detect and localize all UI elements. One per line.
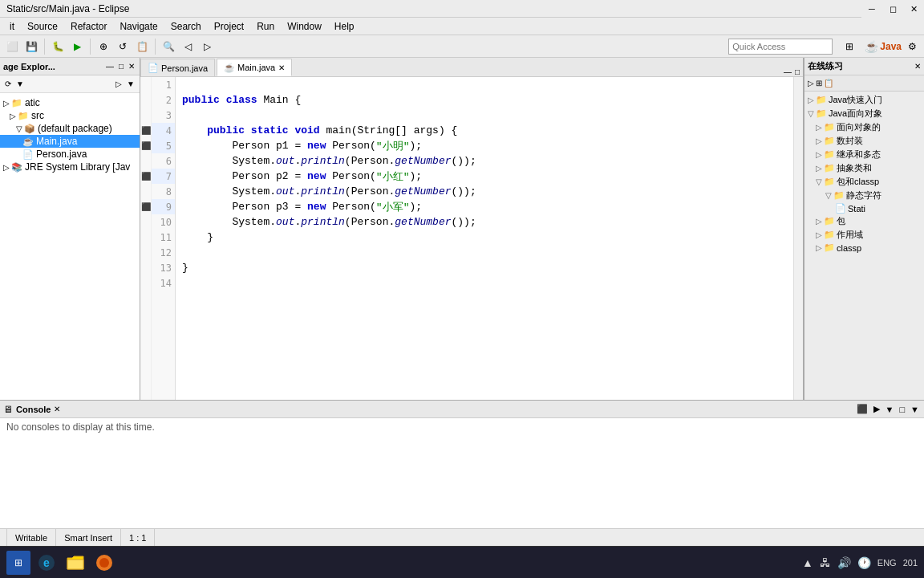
rtree-static-char[interactable]: ▽ 📁 静态字符 <box>804 189 924 202</box>
rtree-classp2[interactable]: ▷ 📁 classp <box>804 242 924 254</box>
restore-button[interactable]: ◻ <box>882 0 903 18</box>
toolbar-perspective-btn[interactable]: ⊞ <box>841 38 858 55</box>
tab-main-close[interactable]: ✕ <box>278 63 285 72</box>
right-panel-controls[interactable]: ✕ <box>914 62 921 71</box>
code-line-3 <box>182 108 793 123</box>
tree-item-jre[interactable]: ▷ 📚 JRE System Library [Jav <box>0 161 140 173</box>
console-tb-btn4[interactable]: □ <box>898 405 906 414</box>
rtree-java-oop[interactable]: ▽ 📁 Java面向对象 <box>804 107 924 120</box>
taskbar-folder-icon[interactable] <box>63 550 88 576</box>
menu-item-window[interactable]: Window <box>281 19 328 34</box>
editor-maximize-btn[interactable]: □ <box>795 67 800 76</box>
rtree-oop-4[interactable]: ▷ 📁 抽象类和 <box>804 161 924 175</box>
minimize-button[interactable]: ─ <box>861 0 882 18</box>
menu-item-it[interactable]: it <box>3 19 21 34</box>
toolbar-btn-8[interactable]: ▷ <box>198 38 216 55</box>
tab-person-icon: 📄 <box>148 63 159 73</box>
maximize-btn[interactable]: □ <box>117 62 125 71</box>
menu-item-refactor[interactable]: Refactor <box>64 19 113 34</box>
menu-item-source[interactable]: Source <box>21 19 64 34</box>
toolbar-save-btn[interactable]: 💾 <box>22 38 40 55</box>
pkg-toolbar-btn2[interactable]: ▼ <box>14 79 26 88</box>
tree-item-atic[interactable]: ▷ 📁 atic <box>0 96 140 109</box>
code-line-10: System.out.println(Person.getNumber()); <box>182 214 793 230</box>
menu-item-run[interactable]: Run <box>250 19 281 34</box>
pkg-toolbar-btn3[interactable]: ▷ <box>114 79 124 88</box>
editor-scrollbar[interactable] <box>793 77 803 400</box>
right-panel-close-btn[interactable]: ✕ <box>914 62 921 71</box>
menu-item-help[interactable]: Help <box>328 19 361 34</box>
taskbar-eclipse-icon[interactable] <box>91 550 117 576</box>
tray-volume[interactable]: 🔊 <box>837 556 851 569</box>
code-line-8: System.out.println(Person.getNumber()); <box>182 184 793 199</box>
pkg-close-btn[interactable]: ✕ <box>127 62 136 71</box>
taskbar-right: ▲ 🖧 🔊 🕐 ENG 201 <box>802 556 918 569</box>
code-lines[interactable]: public class Main { public static void m… <box>176 77 793 400</box>
status-insert-mode: Smart Insert <box>56 529 121 546</box>
menu-item-navigate[interactable]: Navigate <box>113 19 164 34</box>
toolbar-open-perspective-btn[interactable]: ⚙ <box>903 38 921 55</box>
toolbar-btn-5[interactable]: 📋 <box>133 38 151 55</box>
linenum-7: 7 <box>152 169 175 184</box>
right-panel-tb-btn3[interactable]: 📋 <box>824 79 833 88</box>
console-tb-btn2[interactable]: ▶ <box>872 404 881 414</box>
menu-item-search[interactable]: Search <box>164 19 208 34</box>
left-gutter: ⬛ ⬛ ⬛ ⬛ <box>140 77 152 400</box>
rtree-oop-1[interactable]: ▷ 📁 面向对象的 <box>804 120 924 134</box>
toolbar-new-btn[interactable]: ⬜ <box>3 38 21 55</box>
rtree-oop-2[interactable]: ▷ 📁 数封装 <box>804 134 924 148</box>
rtree-scope[interactable]: ▷ 📁 作用域 <box>804 228 924 242</box>
tab-person-java[interactable]: 📄 Person.java <box>140 59 215 76</box>
toolbar-btn-6[interactable]: 🔍 <box>160 38 177 55</box>
pkg-toolbar-btn4[interactable]: ▼ <box>125 79 136 88</box>
toolbar-btn-7[interactable]: ◁ <box>179 38 197 55</box>
collapse-btn[interactable]: — <box>104 62 116 71</box>
console-tb-btn3[interactable]: ▼ <box>884 405 896 414</box>
tray-time: 201 <box>903 558 918 568</box>
title-bar: Static/src/Main.java - Eclipse ─ ◻ ✕ <box>0 0 924 18</box>
toolbar-run-btn[interactable]: ▶ <box>68 38 86 55</box>
tree-item-person-java[interactable]: 📄 Person.java <box>0 148 140 161</box>
quick-access-input[interactable] <box>732 42 829 51</box>
tray-arrow[interactable]: ▲ <box>802 556 813 569</box>
tree-item-src[interactable]: ▷ 📁 src <box>0 109 140 122</box>
tray-lang[interactable]: ENG <box>877 558 897 568</box>
tree-item-default-pkg[interactable]: ▽ 📦 (default package) <box>0 122 140 135</box>
console-close-btn[interactable]: ✕ <box>54 405 60 413</box>
tab-main-icon: ☕ <box>224 63 235 73</box>
rtree-pkg-class[interactable]: ▽ 📁 包和classp <box>804 175 924 189</box>
rtree-oop-3[interactable]: ▷ 📁 继承和多态 <box>804 148 924 161</box>
menu-item-project[interactable]: Project <box>208 19 250 34</box>
tree-item-main-java[interactable]: ☕ Main.java <box>0 135 140 148</box>
window-controls[interactable]: ─ ◻ ✕ <box>861 0 924 18</box>
editor-tab-controls[interactable]: — □ <box>780 67 803 76</box>
code-editor[interactable]: ⬛ ⬛ ⬛ ⬛ 1 2 <box>140 77 803 400</box>
code-line-1 <box>182 77 793 92</box>
tray-network[interactable]: 🖧 <box>820 556 831 569</box>
tab-main-java[interactable]: ☕ Main.java ✕ <box>217 59 292 76</box>
start-btn[interactable]: ⊞ <box>6 551 30 575</box>
toolbar-debug-btn[interactable]: 🐛 <box>49 38 67 55</box>
console-toolbar[interactable]: ⬛ ▶ ▼ □ ▼ <box>855 404 921 414</box>
rtree-pkg[interactable]: ▷ 📁 包 <box>804 214 924 228</box>
package-explorer-title: age Explor... <box>3 62 55 71</box>
console-tb-btn1[interactable]: ⬛ <box>855 404 869 414</box>
gutter-13 <box>140 260 151 275</box>
rtree-stati-file[interactable]: 📄 Stati <box>804 202 924 214</box>
right-panel-tb-btn2[interactable]: ⊞ <box>816 79 822 88</box>
toolbar-btn-4[interactable]: ↺ <box>114 38 132 55</box>
rtree-java-intro[interactable]: ▷ 📁 Java快速入门 <box>804 93 924 107</box>
package-explorer-controls[interactable]: — □ ✕ <box>104 62 136 71</box>
tray-clock[interactable]: 🕐 <box>857 556 871 569</box>
gutter-10 <box>140 214 151 230</box>
close-button[interactable]: ✕ <box>903 0 924 18</box>
status-bar: Writable Smart Insert 1 : 1 <box>0 528 924 546</box>
editor-minimize-btn[interactable]: — <box>784 67 792 76</box>
taskbar-ie-icon[interactable]: e <box>34 550 59 576</box>
right-panel-tb-btn1[interactable]: ▷ <box>808 79 814 88</box>
toolbar-sep-1 <box>44 39 45 55</box>
quick-access-box[interactable] <box>728 39 833 55</box>
console-tb-btn5[interactable]: ▼ <box>909 405 921 414</box>
toolbar-btn-3[interactable]: ⊕ <box>95 38 112 55</box>
pkg-toolbar-btn1[interactable]: ⟳ <box>3 79 13 88</box>
